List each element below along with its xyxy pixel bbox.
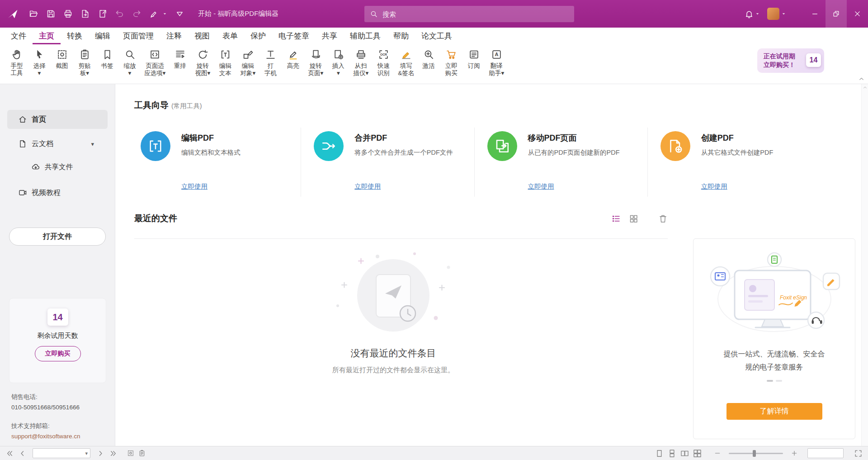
insert-pages-tool[interactable]: 插入▾ bbox=[327, 48, 349, 78]
rotate-pages-tool[interactable]: 旋转页面▾ bbox=[304, 48, 327, 78]
zoom-in-button[interactable] bbox=[791, 450, 798, 457]
search-input[interactable] bbox=[382, 10, 569, 18]
page-number-box[interactable]: ▾ bbox=[33, 448, 90, 458]
snapshot-button[interactable] bbox=[127, 450, 134, 457]
clipboard-button[interactable] bbox=[138, 450, 146, 457]
fullscreen-button[interactable] bbox=[854, 449, 863, 458]
highlight-tool[interactable]: 高亮 bbox=[282, 48, 304, 71]
scanner-tool[interactable]: 从扫描仪▾ bbox=[349, 48, 372, 78]
tab-protect[interactable]: 保护 bbox=[244, 28, 272, 44]
tab-home[interactable]: 主页 bbox=[33, 28, 61, 44]
snapshot-tool[interactable]: 截图 bbox=[51, 48, 73, 71]
translate-tool[interactable]: A 翻译助手▾ bbox=[485, 48, 508, 78]
single-page-view-button[interactable] bbox=[655, 449, 664, 458]
avatar-caret-icon[interactable] bbox=[781, 11, 786, 16]
sidebar-item-shared-files[interactable]: 共享文件 ▾ bbox=[7, 159, 108, 175]
open-file-icon[interactable] bbox=[29, 9, 38, 19]
tab-page-manage[interactable]: 页面管理 bbox=[117, 28, 160, 44]
restore-button[interactable] bbox=[826, 0, 847, 28]
next-page-button[interactable] bbox=[96, 449, 105, 458]
tab-esign[interactable]: 电子签章 bbox=[272, 28, 316, 44]
search-box[interactable] bbox=[364, 6, 574, 22]
minimize-button[interactable] bbox=[804, 0, 826, 28]
page-fit-tool[interactable]: 页面适应选项▾ bbox=[141, 48, 169, 78]
typewriter-tool[interactable]: 打字机 bbox=[259, 48, 282, 78]
ribbon-tool-label: 手型工具 bbox=[11, 62, 23, 77]
tab-comment[interactable]: 注释 bbox=[160, 28, 188, 44]
subscribe-tool[interactable]: 订阅 bbox=[462, 48, 485, 71]
export-icon[interactable] bbox=[80, 9, 90, 19]
tab-accessibility[interactable]: 辅助工具 bbox=[344, 28, 387, 44]
trial-banner[interactable]: 正在试用期 立即购买！ 14 bbox=[757, 48, 824, 73]
tool-card-use-link[interactable]: 立即使用 bbox=[528, 182, 554, 191]
close-button[interactable] bbox=[847, 0, 868, 28]
zoom-slider[interactable] bbox=[729, 453, 783, 454]
tab-view[interactable]: 视图 bbox=[188, 28, 216, 44]
zoom-out-button[interactable] bbox=[714, 450, 721, 457]
activate-tool[interactable]: 激活 bbox=[417, 48, 440, 71]
support-email-link[interactable]: support@foxitsoftware.cn bbox=[11, 433, 80, 440]
tab-help[interactable]: 帮助 bbox=[387, 28, 415, 44]
sidebar-item-home[interactable]: 首页 ▾ bbox=[7, 110, 108, 129]
fill-sign-tool[interactable]: 填写&签名 bbox=[395, 48, 417, 78]
buy-now-button[interactable]: 立即购买 bbox=[35, 346, 81, 361]
page-caret-icon[interactable]: ▾ bbox=[85, 451, 88, 456]
select-tool[interactable]: 选择▾ bbox=[28, 48, 51, 78]
content-scrollbar[interactable] bbox=[861, 84, 868, 446]
last-page-button[interactable] bbox=[109, 449, 118, 458]
ocr-tool[interactable]: OCR 快速识别 bbox=[372, 48, 395, 78]
continuous-view-button[interactable] bbox=[668, 449, 676, 458]
print-icon[interactable] bbox=[63, 9, 73, 19]
esign-pen-icon[interactable] bbox=[149, 9, 159, 19]
share-icon[interactable] bbox=[98, 9, 107, 19]
learn-more-button[interactable]: 了解详情 bbox=[726, 403, 822, 420]
open-file-button[interactable]: 打开文件 bbox=[9, 228, 106, 246]
page-number-input[interactable] bbox=[33, 450, 85, 457]
save-icon[interactable] bbox=[46, 9, 56, 19]
facing-view-button[interactable] bbox=[680, 449, 689, 458]
sidebar-item-video-tutorials[interactable]: 视频教程 ▾ bbox=[7, 183, 108, 202]
bookmark-tool[interactable]: 书签 bbox=[96, 48, 118, 71]
zoom-level-input[interactable] bbox=[808, 449, 843, 458]
chevron-down-icon[interactable]: ▾ bbox=[91, 141, 94, 147]
zoom-level-box[interactable] bbox=[807, 448, 844, 458]
zoom-tool[interactable]: 缩放▾ bbox=[118, 48, 141, 78]
edit-object-tool[interactable]: 编辑对象▾ bbox=[236, 48, 259, 78]
tool-card-use-link[interactable]: 立即使用 bbox=[701, 182, 727, 191]
tab-file[interactable]: 文件 bbox=[5, 28, 33, 44]
esign-caret-icon[interactable] bbox=[162, 11, 167, 16]
redo-icon[interactable] bbox=[132, 9, 142, 19]
clipboard-tool[interactable]: 剪贴板▾ bbox=[73, 48, 96, 78]
prev-page-button[interactable] bbox=[18, 449, 27, 458]
ribbon-collapse-icon[interactable] bbox=[858, 76, 865, 82]
trial-days-badge: 14 bbox=[47, 308, 68, 326]
tab-paper-tools[interactable]: 论文工具 bbox=[415, 28, 458, 44]
edit-text-tool[interactable]: 编辑文本 bbox=[214, 48, 236, 78]
hand-tool[interactable]: 手型工具 bbox=[5, 48, 28, 78]
bell-caret-icon[interactable] bbox=[755, 11, 760, 16]
zoom-slider-thumb[interactable] bbox=[753, 450, 756, 457]
facing-continuous-view-button[interactable] bbox=[693, 449, 702, 458]
notifications-bell-icon[interactable] bbox=[745, 9, 754, 19]
customize-toolbar-icon[interactable] bbox=[175, 9, 184, 19]
tool-card-use-link[interactable]: 立即使用 bbox=[181, 182, 208, 191]
clear-recent-trash-icon[interactable] bbox=[658, 214, 668, 223]
tab-convert[interactable]: 转换 bbox=[61, 28, 89, 44]
user-avatar[interactable] bbox=[767, 8, 779, 20]
rotate-view-tool[interactable]: 旋转视图▾ bbox=[191, 48, 214, 78]
grid-view-icon[interactable] bbox=[629, 214, 638, 223]
tab-form[interactable]: 表单 bbox=[216, 28, 244, 44]
tab-share[interactable]: 共享 bbox=[316, 28, 344, 44]
tool-card-use-link[interactable]: 立即使用 bbox=[354, 182, 381, 191]
first-page-button[interactable] bbox=[5, 449, 14, 458]
list-view-icon[interactable] bbox=[611, 214, 621, 223]
reflow-tool[interactable]: 重排 bbox=[169, 48, 191, 71]
carousel-dot[interactable] bbox=[767, 380, 773, 382]
buy-tool[interactable]: 立即购买 bbox=[440, 48, 462, 78]
tab-edit[interactable]: 编辑 bbox=[89, 28, 117, 44]
carousel-dot[interactable] bbox=[776, 380, 782, 382]
undo-icon[interactable] bbox=[115, 9, 124, 19]
sidebar-item-cloud-docs[interactable]: 云文档 ▾ bbox=[7, 134, 108, 153]
sales-phone-label: 销售电话: bbox=[11, 393, 80, 401]
scroll-up-icon[interactable] bbox=[863, 85, 868, 90]
